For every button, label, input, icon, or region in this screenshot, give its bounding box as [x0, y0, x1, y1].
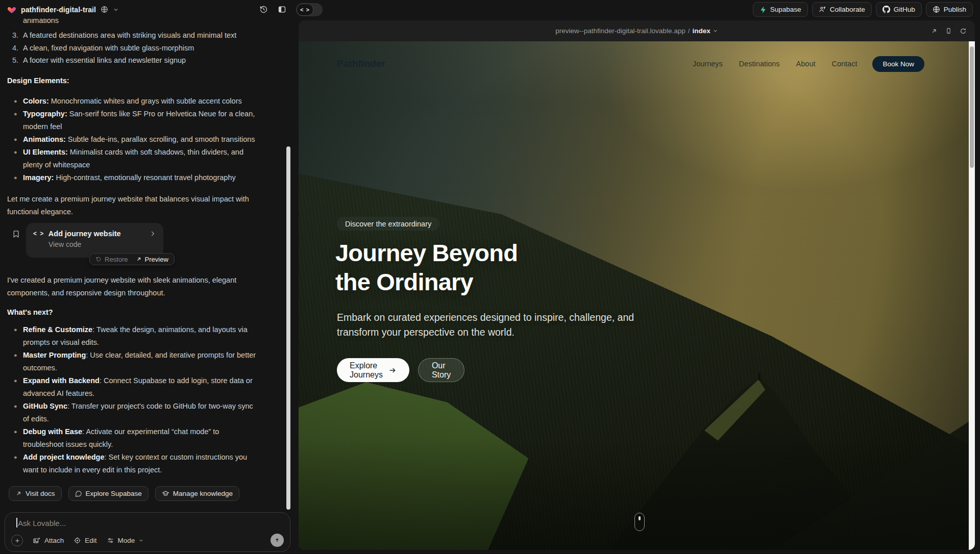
github-button[interactable]: GitHub — [876, 2, 922, 17]
site-scrollbar-thumb[interactable] — [970, 46, 974, 168]
publish-globe-icon — [933, 6, 940, 13]
list-item: ● UI Elements: Minimalist cards with sof… — [14, 146, 269, 171]
our-story-button[interactable]: Our Story — [418, 358, 464, 382]
restore-label: Restore — [105, 256, 128, 263]
list-text: A featured destinations area with striki… — [23, 29, 263, 42]
list-number: 3. — [12, 29, 23, 42]
list-item: ● Typography: San-serif fonts like SF Pr… — [14, 108, 269, 133]
whats-next-heading: What's next? — [7, 306, 53, 319]
refresh-icon[interactable] — [960, 28, 967, 35]
nav-link-destinations[interactable]: Destinations — [739, 60, 780, 68]
bullet-label: Add project knowledge — [23, 453, 105, 461]
visit-docs-label: Visit docs — [26, 490, 55, 497]
view-code-link[interactable]: View code — [48, 240, 163, 248]
site-viewport: Pathfinder Journeys Destinations About C… — [299, 41, 975, 550]
page-chevron-down-icon[interactable] — [713, 28, 718, 34]
bookmark-icon[interactable] — [12, 229, 20, 239]
bullet-text: High-contrast, emotionally resonant trav… — [54, 173, 235, 182]
design-elements-heading: Design Elements: — [7, 74, 69, 87]
preview-url: preview--pathfinder-digital-trail.lovabl… — [555, 27, 685, 35]
site-logo[interactable]: Pathfinder — [337, 58, 385, 69]
nav-link-contact[interactable]: Contact — [831, 60, 857, 68]
list-item: ● Add project knowledge: Set key context… — [14, 451, 269, 476]
collaborate-button[interactable]: Collaborate — [812, 2, 872, 17]
sidebar-panel-icon[interactable] — [278, 5, 286, 14]
github-label: GitHub — [894, 6, 915, 13]
list-number: 5. — [12, 54, 23, 67]
numbered-list: 3. A featured destinations area with str… — [12, 29, 267, 67]
publish-button[interactable]: Publish — [926, 2, 973, 17]
bullet-dot: ● — [14, 95, 23, 108]
explore-journeys-label: Explore Journeys — [350, 361, 383, 380]
nav-link-journeys[interactable]: Journeys — [693, 60, 723, 68]
assistant-paragraph: I've created a premium journey website w… — [7, 274, 265, 299]
site-scrollbar-track[interactable] — [969, 41, 975, 550]
bullet-dot: ● — [14, 349, 23, 374]
mobile-device-icon[interactable] — [945, 27, 952, 35]
nav-link-about[interactable]: About — [796, 60, 816, 68]
composer-toolbar: Attach Edit Mode — [11, 535, 144, 546]
tool-card-add-journey-website[interactable]: Add journey website View code — [26, 223, 163, 258]
bullet-dot: ● — [14, 171, 23, 184]
supabase-bolt-icon — [760, 6, 767, 13]
site-nav-links: Journeys Destinations About Contact — [693, 60, 857, 68]
send-button[interactable] — [271, 534, 284, 547]
book-now-button[interactable]: Book Now — [872, 56, 924, 72]
chat-panel: animations 3. A featured destinations ar… — [0, 0, 294, 554]
bullet-label: Expand with Backend — [23, 376, 100, 385]
arrow-up-right-icon — [136, 256, 142, 262]
supabase-label: Supabase — [770, 6, 801, 13]
add-button[interactable] — [11, 535, 23, 546]
mode-selector[interactable]: Mode — [107, 537, 144, 544]
hero-buttons: Explore Journeys Our Story — [337, 358, 464, 382]
bullet-dot: ● — [14, 451, 23, 476]
chat-footer-actions: Visit docs Explore Supabase Manage knowl… — [9, 486, 239, 501]
manage-knowledge-button[interactable]: Manage knowledge — [155, 486, 239, 501]
supabase-button[interactable]: Supabase — [753, 2, 808, 17]
view-controls — [259, 0, 323, 19]
preview-label: Preview — [145, 256, 168, 263]
explore-supabase-button[interactable]: Explore Supabase — [68, 486, 149, 501]
hero-heading-line2: the Ordinary — [335, 267, 518, 296]
explore-journeys-button[interactable]: Explore Journeys — [337, 358, 409, 382]
bullet-label: Imagery: — [23, 173, 54, 182]
restore-button[interactable]: Restore — [95, 256, 128, 263]
collaborate-users-icon — [819, 6, 826, 13]
hiker-silhouette — [758, 374, 761, 381]
open-external-icon[interactable] — [930, 28, 938, 35]
project-name: pathfinder-digital-trail — [21, 6, 96, 14]
bullet-dot: ● — [14, 323, 23, 348]
list-item: 3. A featured destinations area with str… — [12, 29, 267, 42]
history-icon[interactable] — [259, 5, 268, 14]
bullet-label: GitHub Sync — [23, 402, 67, 410]
edit-button[interactable]: Edit — [74, 537, 96, 544]
hero-badge: Discover the extraordinary — [337, 217, 439, 231]
attach-button[interactable]: Attach — [33, 537, 64, 545]
tool-card-title: Add journey website — [48, 230, 145, 238]
preview-button[interactable]: Preview — [136, 256, 168, 263]
attach-image-icon — [33, 537, 41, 545]
list-item: ● Master Prompting: Use clear, detailed,… — [14, 349, 269, 374]
chevron-right-icon — [149, 230, 156, 237]
list-text: A footer with essential links and newsle… — [23, 54, 263, 67]
top-bar: pathfinder-digital-trail — [0, 0, 980, 19]
site-navbar: Pathfinder Journeys Destinations About C… — [299, 54, 969, 74]
chat-bubble-icon — [75, 490, 82, 497]
assistant-paragraph: Let me create a premium journey website … — [7, 193, 265, 218]
bullet-label: Refine & Customize — [23, 325, 92, 334]
manage-knowledge-label: Manage knowledge — [173, 490, 233, 497]
chat-scrollbar[interactable] — [286, 146, 290, 510]
project-chevron-down-icon[interactable] — [113, 7, 119, 13]
bullet-dot: ● — [14, 133, 23, 146]
code-icon — [33, 230, 44, 237]
bullet-dot: ● — [14, 425, 23, 450]
attach-label: Attach — [44, 537, 64, 544]
visit-docs-button[interactable]: Visit docs — [9, 486, 62, 501]
list-item: ● Imagery: High-contrast, emotionally re… — [14, 171, 269, 184]
list-item: ● Colors: Monochromatic whites and grays… — [14, 95, 269, 108]
ask-lovable-input[interactable] — [18, 517, 237, 529]
code-preview-toggle[interactable] — [296, 3, 323, 16]
graduation-cap-icon — [162, 490, 169, 497]
our-story-label: Our Story — [432, 361, 451, 380]
list-item: ● GitHub Sync: Transfer your project's c… — [14, 400, 269, 425]
